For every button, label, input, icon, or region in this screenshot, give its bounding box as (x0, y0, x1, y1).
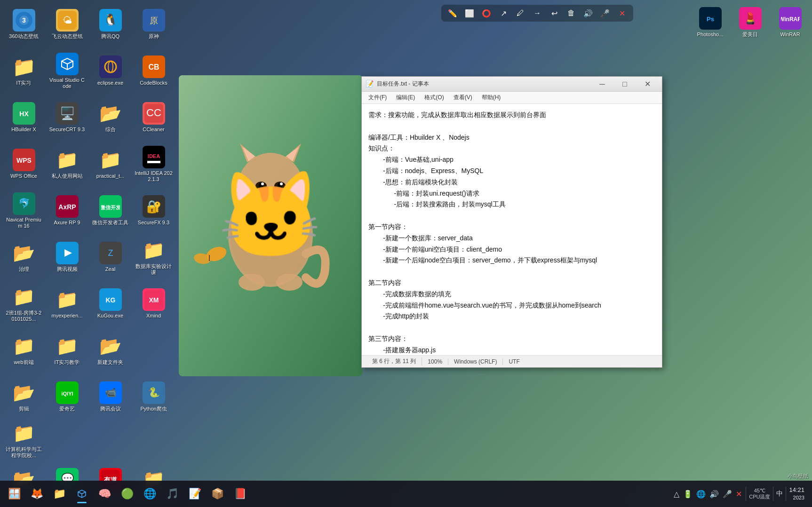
icon-xmind[interactable]: XM Xmind (134, 283, 174, 325)
close-toolbar-tool[interactable]: ✕ (614, 7, 629, 20)
taskbar-hbuilder[interactable]: 🟢 (117, 483, 137, 504)
icon-myexper[interactable]: 📁 myexperien... (47, 283, 87, 325)
svg-text:CC: CC (146, 107, 161, 119)
notepad-minimize-btn[interactable]: ─ (591, 78, 613, 91)
tray-x[interactable]: ✕ (735, 489, 743, 499)
svg-text:WinRAR: WinRAR (781, 16, 800, 23)
highlight-tool[interactable]: 🖊 (513, 7, 528, 20)
icon-eclipse[interactable]: eclipse.exe (90, 50, 130, 92)
notepad-text-content[interactable]: 需求：搜索功能，完成从数据库取出相应数据展示到前台界面 编译器/工具：Hbuil… (362, 104, 662, 355)
icon-navicat-label: Navicat Premium 16 (5, 217, 43, 229)
svg-text:🐧: 🐧 (103, 13, 118, 26)
icon-newfolder[interactable]: 📂 新建文件夹 (90, 330, 130, 371)
undo-tool[interactable]: ↩ (547, 7, 562, 20)
icon-aiqiyi[interactable]: iQIYI 爱奇艺 (47, 376, 87, 418)
tray-network[interactable]: 🌐 (695, 489, 707, 499)
taskbar-music[interactable]: 🎵 (162, 483, 183, 504)
icon-winrar[interactable]: WinRAR WinRAR (770, 2, 810, 43)
delete-tool[interactable]: 🗑 (564, 7, 579, 20)
icon-zeal[interactable]: Z Zeal (90, 237, 130, 278)
taskbar-vscode[interactable] (72, 483, 92, 504)
rect-tool[interactable]: ⬜ (462, 7, 477, 20)
notepad-maximize-btn[interactable]: □ (614, 78, 636, 91)
wallpaper-cat (179, 75, 362, 376)
input-method-indicator[interactable]: 中 (776, 490, 783, 498)
screen-toolbar: ✏️ ⬜ ⭕ ↗ 🖊 → ↩ 🗑 🔊 🎤 ✕ (441, 5, 633, 22)
icon-vscode[interactable]: Visual Studio Code (47, 50, 87, 92)
volume-tool[interactable]: 🔊 (581, 7, 596, 20)
icon-securecrt[interactable]: 🖥️ SecureCRT 9.3 (47, 97, 87, 138)
tray-mic[interactable]: 🎤 (722, 489, 733, 499)
cpu-temperature: 45℃ CPU温度 (749, 488, 770, 500)
taskbar-markdown[interactable]: 📝 (184, 483, 205, 504)
icon-codeblocks[interactable]: CB CodeBlocks (134, 50, 174, 92)
tray-battery[interactable]: 🔋 (682, 489, 693, 499)
icon-axure[interactable]: AxRP Axure RP 9 (47, 190, 87, 231)
icon-python[interactable]: 🐍 Python爬虫 (134, 376, 174, 418)
icon-practical[interactable]: 📁 practical_t... (90, 143, 130, 185)
circle-tool[interactable]: ⭕ (479, 7, 494, 20)
taskbar-right-area: △ 🔋 🌐 🔊 🎤 ✕ 45℃ CPU温度 中 14:21 2023 (673, 486, 808, 501)
taskbar-firefox[interactable]: 🦊 (26, 483, 47, 504)
pen-tool[interactable]: ✏️ (445, 7, 460, 20)
icon-yuan[interactable]: 原 原神 (134, 4, 174, 45)
menu-format[interactable]: 格式(O) (420, 93, 448, 103)
icon-kugou-label: KuGou.exe (97, 313, 123, 319)
arrow-tool[interactable]: → (530, 7, 545, 20)
icon-xmind-label: Xmind (146, 313, 161, 319)
icon-winrar-label: WinRAR (780, 32, 800, 38)
icon-ccleaner[interactable]: CC CCleaner (134, 97, 174, 138)
tray-chevron[interactable]: △ (673, 489, 680, 499)
taskbar-chrome[interactable]: 🌐 (139, 483, 160, 504)
menu-help[interactable]: 帮助(H) (477, 93, 506, 103)
icon-zhili[interactable]: 📂 治理 (4, 237, 44, 278)
icon-intellij[interactable]: IDEA IntelliJ IDEA 2022.1.3 (134, 143, 174, 185)
system-clock[interactable]: 14:21 2023 (789, 486, 804, 501)
icon-hbuilder[interactable]: HX HBuilder X (4, 97, 44, 138)
icon-it-folder[interactable]: 📁 IT实习 (4, 50, 44, 92)
notepad-app-icon: 📝 (366, 80, 374, 88)
icon-photoshop[interactable]: Ps Photosho... (690, 2, 730, 43)
taskbar-explorer[interactable]: 📁 (49, 483, 70, 504)
icon-2zu-label: 2班1组-房博3-20101025... (5, 310, 43, 322)
icon-jisuan-label: 计算机科学与工程学院校... (5, 446, 43, 459)
taskbar-winrar[interactable]: 📦 (207, 483, 228, 504)
svg-text:📹: 📹 (104, 387, 116, 398)
icon-itxuxi[interactable]: 📁 IT实习教学 (47, 330, 87, 371)
taskbar-idea[interactable]: 🧠 (94, 483, 115, 504)
mic-tool[interactable]: 🎤 (597, 7, 613, 20)
icon-wechatdev[interactable]: 微信开发 微信开发者工具 (90, 190, 130, 231)
icon-zonghe[interactable]: 📂 综合 (90, 97, 130, 138)
notepad-close-btn[interactable]: ✕ (637, 78, 658, 91)
icon-jianji[interactable]: 📂 剪辑 (4, 376, 44, 418)
icon-python-label: Python爬虫 (140, 406, 167, 412)
icon-2zu[interactable]: 📁 2班1组-房博3-20101025... (4, 283, 44, 325)
taskbar-pdf[interactable]: 📕 (230, 483, 250, 504)
icon-qq[interactable]: 🐧 腾讯QQ (90, 4, 130, 45)
icon-aimeiri[interactable]: 💄 爱美日 (730, 2, 770, 43)
menu-view[interactable]: 查看(V) (449, 93, 477, 103)
icon-jisuan[interactable]: 📁 计算机科学与工程学院校... (4, 420, 44, 461)
icon-db-exp-label: 数据库实验设计课 (135, 263, 173, 276)
menu-edit[interactable]: 编辑(E) (391, 93, 420, 103)
tray-volume[interactable]: 🔊 (709, 489, 720, 499)
svg-text:IDEA: IDEA (147, 153, 159, 159)
icon-axure-label: Axure RP 9 (54, 220, 80, 226)
start-button[interactable]: 🪟 (4, 483, 24, 504)
icon-myexper-label: myexperien... (51, 313, 82, 319)
icon-tenvideo[interactable]: 腾讯视频 (47, 237, 87, 278)
icon-360[interactable]: 3 360动态壁纸 (4, 4, 44, 45)
icon-private-site[interactable]: 📁 私人使用网站 (47, 143, 87, 185)
menu-file[interactable]: 文件(F) (364, 93, 391, 103)
icon-wps[interactable]: WPS WPS Office (4, 143, 44, 185)
icon-tenmeeting[interactable]: 📹 腾讯会议 (90, 376, 130, 418)
svg-text:WPS: WPS (16, 157, 32, 164)
system-tray: △ 🔋 🌐 🔊 🎤 ✕ (673, 489, 743, 499)
icon-webfront[interactable]: 📁 web前端 (4, 330, 44, 371)
icon-securefx[interactable]: 🔐 SecureFX 9.3 (134, 190, 174, 231)
icon-navicat[interactable]: 🐬 Navicat Premium 16 (4, 190, 44, 231)
icon-feiyun[interactable]: 🌤 飞云动态壁纸 (47, 4, 87, 45)
line-tool[interactable]: ↗ (496, 7, 511, 20)
icon-kugou[interactable]: KG KuGou.exe (90, 283, 130, 325)
icon-db-exp[interactable]: 📁 数据库实验设计课 (134, 237, 174, 278)
